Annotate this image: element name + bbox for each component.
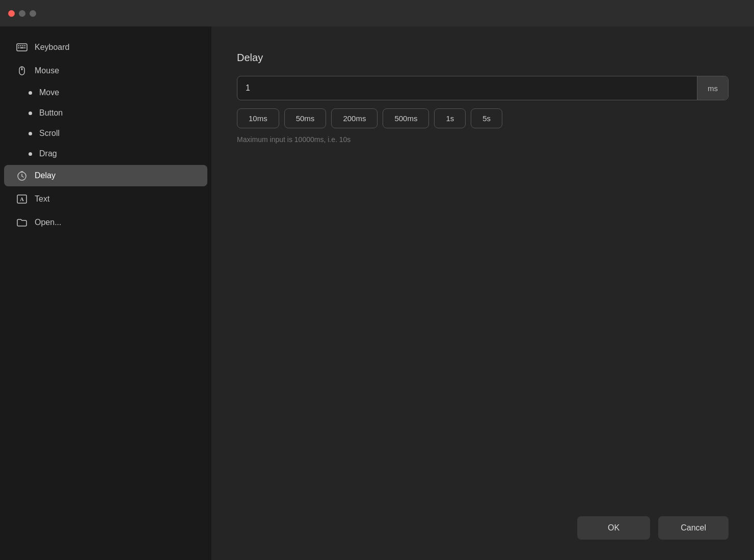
- sidebar-item-mouse-label: Mouse: [35, 66, 59, 75]
- sidebar-item-open[interactable]: Open...: [4, 212, 207, 233]
- delay-input-row: ms: [237, 76, 729, 100]
- preset-500ms[interactable]: 500ms: [383, 108, 429, 128]
- sidebar-item-keyboard-label: Keyboard: [35, 43, 70, 52]
- preset-5s[interactable]: 5s: [471, 108, 502, 128]
- mouse-icon: [16, 65, 28, 76]
- preset-50ms[interactable]: 50ms: [284, 108, 327, 128]
- svg-point-10: [21, 69, 23, 70]
- sidebar-subitem-drag[interactable]: Drag: [0, 145, 211, 163]
- sidebar: Keyboard Mouse Move Button Scroll: [0, 26, 211, 560]
- bullet-move: [29, 91, 32, 95]
- delay-hint: Maximum input is 10000ms, i.e. 10s: [237, 135, 729, 144]
- sidebar-subitem-button-label: Button: [39, 108, 63, 118]
- text-icon: A: [16, 193, 28, 205]
- sidebar-subitem-drag-label: Drag: [39, 149, 57, 158]
- sidebar-item-mouse[interactable]: Mouse: [4, 60, 207, 81]
- delay-input[interactable]: [237, 76, 697, 100]
- sidebar-subitem-move-label: Move: [39, 88, 59, 97]
- delay-unit: ms: [697, 76, 728, 100]
- sidebar-subitem-scroll[interactable]: Scroll: [0, 124, 211, 143]
- bullet-drag: [29, 152, 32, 156]
- main-content: Keyboard Mouse Move Button Scroll: [0, 26, 754, 560]
- svg-rect-2: [20, 45, 22, 46]
- sidebar-item-text[interactable]: A Text: [4, 188, 207, 210]
- cancel-button[interactable]: Cancel: [658, 516, 729, 540]
- title-bar: [0, 0, 754, 26]
- folder-icon: [16, 217, 28, 228]
- sidebar-item-delay[interactable]: Delay: [4, 165, 207, 186]
- content-panel: Delay ms 10ms 50ms 200ms 500ms 1s 5s Max…: [211, 26, 754, 560]
- sidebar-item-keyboard[interactable]: Keyboard: [4, 37, 207, 58]
- keyboard-icon: [16, 42, 28, 53]
- maximize-button[interactable]: [30, 10, 36, 17]
- sidebar-subitem-button[interactable]: Button: [0, 104, 211, 122]
- preset-1s[interactable]: 1s: [434, 108, 466, 128]
- svg-rect-6: [20, 47, 24, 48]
- svg-rect-4: [24, 45, 26, 46]
- close-button[interactable]: [8, 10, 15, 17]
- svg-rect-3: [22, 45, 24, 46]
- sidebar-subitem-scroll-label: Scroll: [39, 129, 60, 138]
- preset-buttons: 10ms 50ms 200ms 500ms 1s 5s: [237, 108, 729, 128]
- svg-text:A: A: [20, 196, 24, 202]
- bottom-buttons: OK Cancel: [577, 516, 729, 540]
- sidebar-subitem-move[interactable]: Move: [0, 83, 211, 102]
- delay-section-title: Delay: [237, 52, 729, 64]
- bullet-scroll: [29, 132, 32, 135]
- clock-icon: [16, 170, 28, 181]
- preset-200ms[interactable]: 200ms: [331, 108, 378, 128]
- bullet-button: [29, 111, 32, 115]
- svg-rect-7: [24, 47, 26, 48]
- sidebar-item-text-label: Text: [35, 194, 49, 204]
- svg-rect-5: [18, 47, 20, 48]
- ok-button[interactable]: OK: [577, 516, 650, 540]
- minimize-button[interactable]: [19, 10, 25, 17]
- svg-line-13: [22, 176, 23, 177]
- preset-10ms[interactable]: 10ms: [237, 108, 279, 128]
- svg-rect-1: [18, 45, 20, 46]
- sidebar-item-delay-label: Delay: [35, 171, 56, 180]
- sidebar-item-open-label: Open...: [35, 218, 61, 227]
